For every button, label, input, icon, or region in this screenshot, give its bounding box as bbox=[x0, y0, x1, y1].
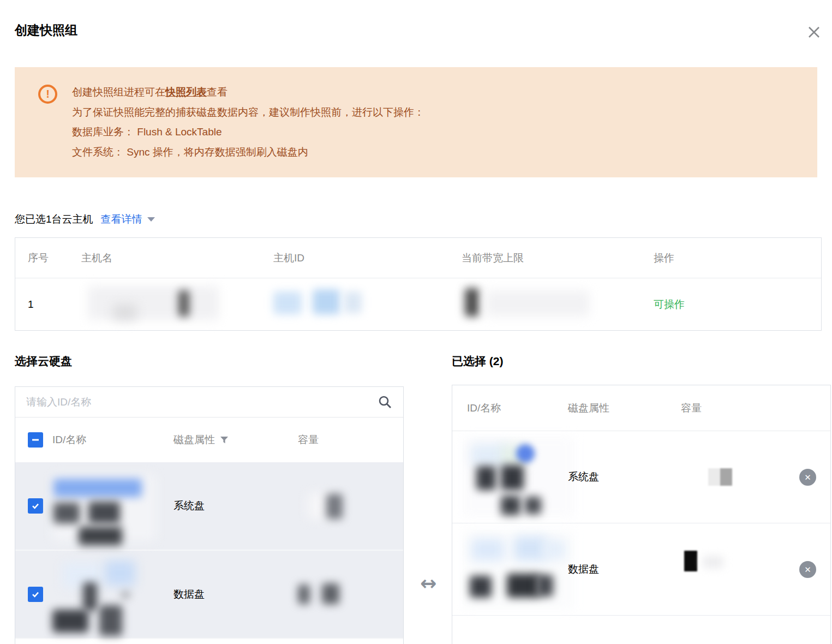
disk-type-label: 系统盘 bbox=[173, 462, 298, 550]
close-button[interactable] bbox=[805, 23, 823, 41]
col-index: 序号 bbox=[28, 251, 81, 265]
col-disk-type: 磁盘属性 bbox=[173, 433, 215, 447]
remove-disk-button[interactable]: ✕ bbox=[799, 469, 816, 486]
warning-banner: ! 创建快照组进程可在快照列表查看 为了保证快照能完整的捕获磁盘数据内容，建议制… bbox=[15, 67, 817, 177]
row-checkbox[interactable] bbox=[28, 587, 43, 602]
warning-icon: ! bbox=[38, 85, 57, 104]
col-host-id: 主机ID bbox=[273, 251, 462, 265]
select-disk-title: 选择云硬盘 bbox=[15, 354, 72, 369]
banner-line-3: 数据库业务： Flush & LockTable bbox=[72, 122, 424, 142]
redacted-capacity bbox=[681, 431, 799, 523]
close-icon bbox=[806, 24, 822, 40]
selected-host-summary: 您已选1台云主机 bbox=[15, 212, 93, 226]
chevron-down-icon[interactable] bbox=[147, 217, 155, 222]
banner-line-1: 创建快照组进程可在快照列表查看 bbox=[72, 82, 424, 103]
remove-icon: ✕ bbox=[804, 565, 811, 574]
col-action: 操作 bbox=[654, 251, 821, 265]
redacted-bandwidth bbox=[462, 278, 654, 330]
banner-line-4: 文件系统： Sync 操作，将内存数据强制刷入磁盘内 bbox=[72, 142, 424, 163]
selected-disk-title: 已选择 (2) bbox=[452, 354, 504, 369]
col-id-name: ID/名称 bbox=[52, 433, 173, 447]
selected-disk-row: 系统盘 ✕ bbox=[452, 431, 830, 523]
banner-line1-prefix: 创建快照组进程可在 bbox=[72, 86, 165, 98]
redacted-capacity bbox=[298, 462, 403, 550]
list-item[interactable]: 数据盘 bbox=[15, 551, 403, 639]
search-icon[interactable] bbox=[378, 395, 392, 409]
host-index: 1 bbox=[28, 278, 81, 330]
col-id-name: ID/名称 bbox=[467, 401, 568, 415]
status-badge: 可操作 bbox=[654, 278, 821, 330]
indeterminate-icon bbox=[31, 436, 40, 444]
redacted-disk-id bbox=[52, 462, 173, 550]
filter-icon[interactable] bbox=[220, 436, 229, 444]
col-capacity: 容量 bbox=[681, 401, 799, 415]
redacted-capacity bbox=[298, 551, 403, 638]
transfer-arrow-icon: ↔ bbox=[409, 572, 448, 594]
list-item[interactable]: 系统盘 bbox=[15, 462, 403, 551]
col-bandwidth: 当前带宽上限 bbox=[462, 251, 654, 265]
snapshot-list-link[interactable]: 快照列表 bbox=[165, 86, 207, 98]
redacted-host-id bbox=[273, 278, 462, 330]
disk-source-panel: ID/名称 磁盘属性 容量 系统盘 bbox=[15, 386, 404, 644]
banner-line1-suffix: 查看 bbox=[207, 86, 228, 98]
selected-disk-panel: ID/名称 磁盘属性 容量 系统盘 ✕ bbox=[452, 385, 831, 644]
remove-disk-button[interactable]: ✕ bbox=[799, 561, 816, 578]
check-icon bbox=[31, 590, 40, 599]
host-table-header: 序号 主机名 主机ID 当前带宽上限 操作 bbox=[15, 238, 821, 278]
host-table: 序号 主机名 主机ID 当前带宽上限 操作 1 可操作 bbox=[15, 237, 822, 331]
col-disk-type: 磁盘属性 bbox=[568, 401, 681, 415]
row-checkbox[interactable] bbox=[28, 498, 43, 514]
check-icon bbox=[31, 502, 40, 510]
redacted-capacity bbox=[681, 523, 799, 615]
disk-type-label: 数据盘 bbox=[568, 523, 681, 615]
redacted-host-name bbox=[81, 278, 273, 330]
table-row: 1 可操作 bbox=[15, 278, 821, 330]
search-input[interactable] bbox=[26, 396, 378, 408]
remove-icon: ✕ bbox=[804, 473, 811, 482]
col-host-name: 主机名 bbox=[81, 251, 273, 265]
col-capacity: 容量 bbox=[298, 433, 403, 447]
disk-search-bar bbox=[15, 387, 403, 418]
redacted-disk-id bbox=[467, 523, 568, 615]
disk-source-header: ID/名称 磁盘属性 容量 bbox=[15, 418, 403, 462]
selected-disk-row: 数据盘 ✕ bbox=[452, 523, 830, 616]
redacted-disk-id bbox=[467, 431, 568, 523]
disk-type-label: 系统盘 bbox=[568, 431, 681, 523]
disk-type-label: 数据盘 bbox=[173, 551, 298, 638]
selected-disk-header: ID/名称 磁盘属性 容量 bbox=[452, 385, 830, 431]
view-details-link[interactable]: 查看详情 bbox=[101, 212, 142, 226]
page-title: 创建快照组 bbox=[15, 22, 77, 39]
banner-line-2: 为了保证快照能完整的捕获磁盘数据内容，建议制作快照前，进行以下操作： bbox=[72, 103, 424, 123]
select-all-checkbox[interactable] bbox=[28, 432, 43, 448]
redacted-disk-id bbox=[52, 551, 173, 638]
